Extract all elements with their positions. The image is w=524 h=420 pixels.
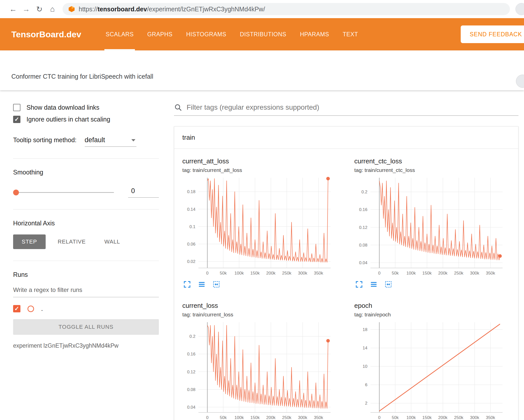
line-chart[interactable]: 26101418050k100k150k200k250k300k350k bbox=[354, 320, 516, 420]
svg-text:100k: 100k bbox=[235, 415, 244, 420]
show-download-links-label: Show data download links bbox=[26, 104, 99, 111]
svg-text:14: 14 bbox=[363, 346, 367, 350]
svg-text:0.1: 0.1 bbox=[189, 224, 195, 229]
svg-text:50k: 50k bbox=[392, 271, 399, 276]
svg-text:0.08: 0.08 bbox=[187, 387, 195, 392]
svg-text:0.12: 0.12 bbox=[359, 225, 367, 230]
svg-text:150k: 150k bbox=[250, 415, 260, 420]
runs-regex-input[interactable] bbox=[13, 284, 159, 297]
train-card: train current_att_loss tag: train/curren… bbox=[174, 126, 518, 420]
fit-to-data-icon[interactable] bbox=[385, 281, 392, 288]
svg-text:0.14: 0.14 bbox=[187, 207, 195, 212]
address-bar[interactable]: https://tensorboard.dev/experiment/lzGnE… bbox=[63, 3, 510, 15]
run-name: . bbox=[41, 305, 43, 313]
svg-text:0.06: 0.06 bbox=[187, 242, 195, 247]
header-tabs: SCALARS GRAPHS HISTOGRAMS DISTRIBUTIONS … bbox=[99, 18, 365, 50]
back-icon[interactable]: ← bbox=[7, 5, 20, 13]
filter-tags-row bbox=[174, 103, 518, 116]
chart-toolbar bbox=[355, 281, 516, 288]
chart-tag: tag: train/current_loss bbox=[182, 312, 344, 318]
axis-step-button[interactable]: STEP bbox=[13, 234, 46, 249]
line-chart[interactable]: 0.040.080.120.160.2050k100k150k200k250k3… bbox=[182, 320, 344, 420]
tab-graphs[interactable]: GRAPHS bbox=[140, 18, 179, 50]
svg-text:100k: 100k bbox=[406, 415, 416, 420]
fit-to-data-icon[interactable] bbox=[213, 281, 220, 288]
tag-group-title[interactable]: train bbox=[174, 127, 518, 149]
svg-text:0.16: 0.16 bbox=[187, 352, 195, 356]
chart-title: current_ctc_loss bbox=[354, 157, 516, 165]
svg-text:0.2: 0.2 bbox=[189, 334, 195, 339]
forward-icon[interactable]: → bbox=[20, 5, 33, 13]
divider bbox=[13, 261, 159, 261]
tab-text[interactable]: TEXT bbox=[336, 18, 365, 50]
runs-label: Runs bbox=[13, 271, 159, 278]
line-chart[interactable]: 0.040.080.120.160.2050k100k150k200k250k3… bbox=[354, 176, 516, 277]
divider bbox=[13, 209, 159, 209]
svg-text:250k: 250k bbox=[282, 271, 292, 276]
toggle-all-runs-button[interactable]: TOGGLE ALL RUNS bbox=[13, 319, 159, 335]
ignore-outliers-checkbox[interactable] bbox=[13, 116, 20, 123]
experiment-title: Conformer CTC training for LibriSpeech w… bbox=[11, 73, 153, 80]
ignore-outliers-label: Ignore outliers in chart scaling bbox=[26, 116, 110, 123]
svg-text:0.02: 0.02 bbox=[187, 259, 195, 264]
experiment-bar: Conformer CTC training for LibriSpeech w… bbox=[0, 50, 524, 90]
tab-scalars[interactable]: SCALARS bbox=[99, 18, 140, 50]
tooltip-sorting-select[interactable]: default bbox=[85, 136, 136, 147]
svg-text:350k: 350k bbox=[486, 415, 495, 420]
chart-title: current_loss bbox=[182, 302, 344, 310]
svg-text:0: 0 bbox=[206, 415, 209, 420]
smoothing-label: Smoothing bbox=[13, 169, 159, 176]
tooltip-sorting-row: Tooltip sorting method: default bbox=[13, 136, 159, 147]
svg-text:0.18: 0.18 bbox=[187, 189, 195, 194]
fullscreen-icon[interactable] bbox=[183, 281, 191, 288]
chart-tag: tag: train/current_att_loss bbox=[182, 167, 344, 173]
run-color-swatch[interactable] bbox=[27, 306, 34, 312]
fullscreen-icon[interactable] bbox=[355, 281, 363, 288]
smoothing-slider-thumb[interactable] bbox=[13, 190, 19, 195]
run-checkbox[interactable] bbox=[13, 305, 20, 312]
smoothing-slider[interactable] bbox=[13, 192, 114, 193]
content: Show data download links Ignore outliers… bbox=[0, 90, 524, 420]
send-feedback-button[interactable]: SEND FEEDBACK bbox=[461, 25, 524, 43]
svg-text:200k: 200k bbox=[266, 271, 276, 276]
svg-text:200k: 200k bbox=[266, 415, 276, 420]
horizontal-axis-buttons: STEP RELATIVE WALL bbox=[13, 234, 159, 249]
horizontal-lines-icon[interactable] bbox=[370, 281, 377, 288]
svg-text:150k: 150k bbox=[422, 271, 432, 276]
svg-text:250k: 250k bbox=[282, 415, 292, 420]
svg-text:0: 0 bbox=[378, 271, 381, 276]
svg-text:0.16: 0.16 bbox=[359, 207, 367, 212]
browser-toolbar: ← → ↻ ⌂ https://tensorboard.dev/experime… bbox=[0, 0, 524, 18]
tab-histograms[interactable]: HISTOGRAMS bbox=[179, 18, 233, 50]
run-row: . bbox=[13, 305, 159, 313]
home-icon[interactable]: ⌂ bbox=[46, 5, 59, 13]
filter-tags-input[interactable] bbox=[187, 103, 518, 111]
site-favicon bbox=[68, 6, 75, 13]
svg-text:200k: 200k bbox=[438, 271, 448, 276]
tab-hparams[interactable]: HPARAMS bbox=[293, 18, 336, 50]
svg-text:0.04: 0.04 bbox=[187, 405, 195, 410]
reload-icon[interactable]: ↻ bbox=[33, 5, 46, 14]
avatar[interactable] bbox=[515, 3, 524, 15]
axis-wall-button[interactable]: WALL bbox=[98, 234, 127, 249]
chart-tag: tag: train/current_ctc_loss bbox=[354, 167, 516, 173]
charts-grid: current_att_loss tag: train/current_att_… bbox=[174, 149, 518, 420]
url-path: /experiment/lzGnETjwRxC3yghNMd4kPw/ bbox=[147, 6, 265, 13]
horizontal-lines-icon[interactable] bbox=[198, 281, 206, 288]
chart-title: current_att_loss bbox=[182, 157, 344, 165]
smoothing-value-input[interactable]: 0 bbox=[128, 187, 159, 198]
experiment-id-label: experiment lzGnETjwRxC3yghNMd4kPw bbox=[13, 342, 159, 349]
tab-distributions[interactable]: DISTRIBUTIONS bbox=[233, 18, 293, 50]
divider bbox=[13, 158, 159, 159]
svg-text:0: 0 bbox=[206, 271, 209, 276]
line-chart[interactable]: 0.020.060.10.140.18050k100k150k200k250k3… bbox=[182, 176, 344, 277]
axis-relative-button[interactable]: RELATIVE bbox=[51, 234, 92, 249]
chevron-down-icon bbox=[131, 139, 135, 141]
svg-text:350k: 350k bbox=[314, 271, 323, 276]
svg-text:300k: 300k bbox=[298, 271, 307, 276]
svg-text:350k: 350k bbox=[314, 415, 323, 420]
svg-text:250k: 250k bbox=[454, 415, 463, 420]
svg-text:50k: 50k bbox=[220, 271, 227, 276]
show-download-links-checkbox[interactable] bbox=[13, 104, 20, 111]
svg-text:100k: 100k bbox=[406, 271, 416, 276]
